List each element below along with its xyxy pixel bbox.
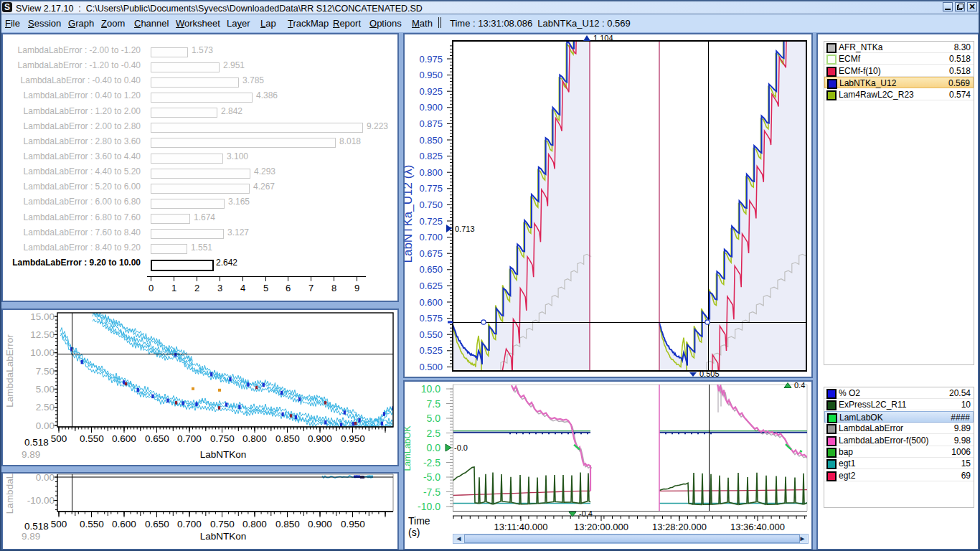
svg-text:0.4: 0.4 xyxy=(794,382,805,390)
svg-text:LambdaL: LambdaL xyxy=(4,474,15,514)
svg-text:10.0: 10.0 xyxy=(421,383,440,395)
svg-text:LabNTKa_U12 (λ): LabNTKa_U12 (λ) xyxy=(405,164,415,263)
svg-text:0.600: 0.600 xyxy=(112,433,136,444)
svg-text:13:11:40.000: 13:11:40.000 xyxy=(494,522,548,532)
svg-text:0.0: 0.0 xyxy=(427,442,441,453)
svg-text:0.950: 0.950 xyxy=(419,70,443,80)
svg-text:0.725: 0.725 xyxy=(419,216,443,227)
svg-text:-10.00: -10.00 xyxy=(27,495,55,506)
svg-text:7.50: 7.50 xyxy=(36,366,55,377)
svg-text:15.00: 15.00 xyxy=(30,311,55,322)
svg-text:0.975: 0.975 xyxy=(419,54,443,65)
svg-text:0.900: 0.900 xyxy=(308,519,332,529)
svg-text:0.00: 0.00 xyxy=(36,474,55,483)
svg-text:0.875: 0.875 xyxy=(419,118,443,129)
svg-text:LambdaLabError: LambdaLabError xyxy=(4,334,15,408)
svg-text:2.50: 2.50 xyxy=(36,402,55,413)
svg-text:0.650: 0.650 xyxy=(419,264,443,275)
svg-text:0.800: 0.800 xyxy=(419,167,443,178)
svg-text:2.5: 2.5 xyxy=(427,428,441,439)
svg-text:-7.5: -7.5 xyxy=(423,486,440,498)
svg-text:0.550: 0.550 xyxy=(80,433,104,444)
svg-text:0.500: 0.500 xyxy=(419,362,443,372)
svg-text:0.700: 0.700 xyxy=(177,519,202,529)
svg-text:0.850: 0.850 xyxy=(275,519,300,529)
svg-text:7.5: 7.5 xyxy=(427,398,441,410)
svg-text:0.505: 0.505 xyxy=(699,369,720,377)
svg-text:0.925: 0.925 xyxy=(419,86,443,97)
svg-text:-10.0: -10.0 xyxy=(418,501,440,512)
svg-text:0.600: 0.600 xyxy=(112,519,136,529)
svg-text:0.675: 0.675 xyxy=(419,248,443,259)
svg-text:13:20:00.000: 13:20:00.000 xyxy=(574,522,628,532)
svg-text:0.750: 0.750 xyxy=(210,433,235,444)
svg-text:0.518: 0.518 xyxy=(24,521,49,532)
svg-text:0.775: 0.775 xyxy=(419,183,443,194)
svg-text:-2.5: -2.5 xyxy=(423,457,440,468)
svg-text:0.800: 0.800 xyxy=(242,433,267,444)
svg-text:13:36:40.000: 13:36:40.000 xyxy=(730,522,785,532)
svg-text:0.750: 0.750 xyxy=(419,199,443,210)
svg-text:0.650: 0.650 xyxy=(145,433,169,444)
svg-text:0.550: 0.550 xyxy=(419,329,443,340)
svg-text:0.750: 0.750 xyxy=(210,519,235,529)
svg-text:0.700: 0.700 xyxy=(419,232,443,242)
svg-text:500: 500 xyxy=(51,519,67,529)
svg-text:0.518: 0.518 xyxy=(24,437,49,448)
svg-text:LamLabOK: LamLabOK xyxy=(405,425,413,471)
svg-text:LabNTKon: LabNTKon xyxy=(200,449,247,460)
svg-text:0.900: 0.900 xyxy=(419,102,443,113)
svg-text:-0.0: -0.0 xyxy=(454,443,468,452)
svg-text:0.700: 0.700 xyxy=(177,433,202,444)
svg-text:500: 500 xyxy=(51,433,67,444)
svg-text:0.600: 0.600 xyxy=(419,297,443,308)
svg-text:0.550: 0.550 xyxy=(80,519,104,529)
svg-text:0.525: 0.525 xyxy=(419,345,443,356)
svg-text:0.950: 0.950 xyxy=(341,519,365,529)
svg-text:1.104: 1.104 xyxy=(593,34,613,42)
svg-text:0.900: 0.900 xyxy=(308,433,332,444)
svg-text:0.713: 0.713 xyxy=(455,225,475,233)
svg-text:9.89: 9.89 xyxy=(22,449,40,460)
svg-text:5.0: 5.0 xyxy=(427,413,441,424)
svg-text:12.50: 12.50 xyxy=(30,329,55,340)
svg-text:0.00: 0.00 xyxy=(36,420,55,431)
svg-text:0.650: 0.650 xyxy=(145,519,169,529)
svg-text:LabNTKon: LabNTKon xyxy=(200,531,247,542)
svg-text:0.825: 0.825 xyxy=(419,151,443,161)
svg-text:10.00: 10.00 xyxy=(30,347,55,358)
svg-text:0.850: 0.850 xyxy=(275,433,300,444)
svg-text:0.850: 0.850 xyxy=(419,135,443,146)
svg-text:-5.0: -5.0 xyxy=(423,471,440,483)
svg-text:-0.4: -0.4 xyxy=(579,509,593,518)
svg-text:5.00: 5.00 xyxy=(36,384,55,395)
svg-text:13:28:20.000: 13:28:20.000 xyxy=(652,522,707,532)
svg-text:0.625: 0.625 xyxy=(419,281,443,291)
svg-text:9.89: 9.89 xyxy=(22,531,40,542)
svg-text:0.950: 0.950 xyxy=(341,433,365,444)
svg-text:0.800: 0.800 xyxy=(242,519,267,529)
svg-text:0.575: 0.575 xyxy=(419,313,443,324)
